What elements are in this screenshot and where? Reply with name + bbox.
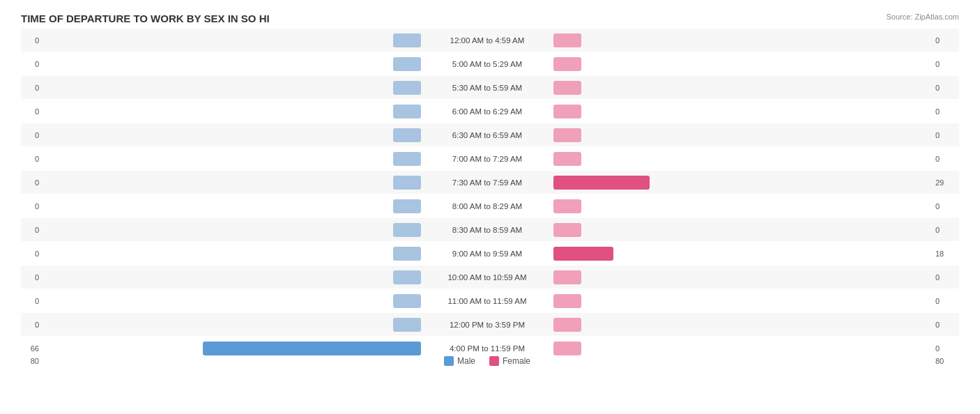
male-bar-wrapper bbox=[43, 247, 421, 261]
male-bar-wrapper bbox=[43, 105, 421, 118]
female-bar-wrapper bbox=[553, 57, 931, 71]
female-bar bbox=[553, 294, 581, 308]
left-value: 0 bbox=[21, 202, 43, 210]
right-value: 0 bbox=[931, 226, 959, 234]
bar-row: 0 7:00 AM to 7:29 AM 0 bbox=[21, 147, 959, 170]
female-bar-wrapper bbox=[553, 247, 931, 261]
female-bar bbox=[553, 270, 581, 284]
male-bar bbox=[393, 199, 421, 213]
male-bar-wrapper bbox=[43, 81, 421, 95]
female-bar bbox=[553, 105, 581, 118]
right-value: 18 bbox=[931, 250, 959, 258]
male-bar-wrapper bbox=[43, 128, 421, 142]
right-value: 0 bbox=[931, 344, 959, 353]
female-bar-wrapper bbox=[553, 199, 931, 213]
female-bar bbox=[553, 247, 613, 261]
male-bar-wrapper bbox=[43, 199, 421, 213]
legend-female-label: Female bbox=[503, 356, 530, 366]
male-bar bbox=[393, 176, 421, 190]
male-bar bbox=[203, 342, 422, 355]
bar-row: 0 6:00 AM to 6:29 AM 0 bbox=[21, 100, 959, 123]
bar-row: 0 5:30 AM to 5:59 AM 0 bbox=[21, 76, 959, 99]
time-label: 5:30 AM to 5:59 AM bbox=[421, 84, 553, 92]
right-value: 0 bbox=[931, 297, 959, 305]
right-value: 0 bbox=[931, 60, 959, 68]
left-value: 0 bbox=[21, 297, 43, 305]
female-bar bbox=[553, 81, 581, 95]
time-label: 12:00 PM to 3:59 PM bbox=[421, 321, 553, 329]
female-bar-wrapper bbox=[553, 294, 931, 308]
male-bar bbox=[393, 33, 421, 47]
female-bar-wrapper bbox=[553, 33, 931, 47]
left-value: 0 bbox=[21, 250, 43, 258]
bar-row: 0 10:00 AM to 10:59 AM 0 bbox=[21, 266, 959, 289]
male-bar-wrapper bbox=[43, 33, 421, 47]
time-label: 12:00 AM to 4:59 AM bbox=[421, 36, 553, 45]
bar-row: 0 12:00 PM to 3:59 PM 0 bbox=[21, 313, 959, 336]
left-value: 0 bbox=[21, 226, 43, 234]
chart-area: 0 12:00 AM to 4:59 AM 0 0 5:00 AM to 5:2… bbox=[21, 29, 959, 353]
female-bar-wrapper bbox=[553, 342, 931, 355]
legend-female: Female bbox=[489, 356, 530, 366]
left-value: 0 bbox=[21, 60, 43, 68]
legend-male: Male bbox=[444, 356, 475, 366]
time-label: 9:00 AM to 9:59 AM bbox=[421, 250, 553, 258]
time-label: 7:00 AM to 7:29 AM bbox=[421, 155, 553, 163]
chart-container: TIME OF DEPARTURE TO WORK BY SEX IN SO H… bbox=[0, 0, 980, 414]
female-bar-wrapper bbox=[553, 223, 931, 237]
male-bar-wrapper bbox=[43, 294, 421, 308]
male-bar bbox=[393, 57, 421, 71]
time-label: 7:30 AM to 7:59 AM bbox=[421, 178, 553, 187]
female-bar-wrapper bbox=[553, 128, 931, 142]
left-value: 0 bbox=[21, 107, 43, 116]
bar-row: 0 8:30 AM to 8:59 AM 0 bbox=[21, 218, 959, 241]
female-bar bbox=[553, 128, 581, 142]
male-bar bbox=[393, 318, 421, 332]
female-bar-wrapper bbox=[553, 176, 931, 190]
right-value: 0 bbox=[931, 155, 959, 163]
right-value: 0 bbox=[931, 84, 959, 92]
female-bar bbox=[553, 176, 650, 190]
left-value: 0 bbox=[21, 155, 43, 163]
female-bar-wrapper bbox=[553, 152, 931, 166]
female-bar bbox=[553, 152, 581, 166]
male-bar-wrapper bbox=[43, 152, 421, 166]
male-bar bbox=[393, 128, 421, 142]
legend-male-label: Male bbox=[457, 356, 475, 366]
left-value: 0 bbox=[21, 321, 43, 329]
axis-row: 80 Male Female 80 bbox=[21, 356, 959, 366]
time-label: 4:00 PM to 11:59 PM bbox=[421, 344, 553, 353]
axis-max-right: 80 bbox=[931, 357, 959, 365]
left-value: 66 bbox=[21, 344, 43, 353]
time-label: 8:00 AM to 8:29 AM bbox=[421, 202, 553, 210]
male-bar-wrapper bbox=[43, 270, 421, 284]
time-label: 10:00 AM to 10:59 AM bbox=[421, 273, 553, 282]
female-bar bbox=[553, 57, 581, 71]
male-bar bbox=[393, 247, 421, 261]
left-value: 0 bbox=[21, 36, 43, 45]
male-bar-wrapper bbox=[43, 223, 421, 237]
source-text: Source: ZipAtlas.com bbox=[886, 13, 959, 21]
bar-row: 0 5:00 AM to 5:29 AM 0 bbox=[21, 52, 959, 75]
female-bar-wrapper bbox=[553, 105, 931, 118]
female-bar bbox=[553, 33, 581, 47]
right-value: 0 bbox=[931, 107, 959, 116]
right-value: 0 bbox=[931, 36, 959, 45]
right-value: 0 bbox=[931, 202, 959, 210]
time-label: 6:30 AM to 6:59 AM bbox=[421, 131, 553, 139]
female-bar-wrapper bbox=[553, 81, 931, 95]
axis-min-left: 80 bbox=[21, 357, 43, 365]
right-value: 0 bbox=[931, 321, 959, 329]
right-value: 29 bbox=[931, 178, 959, 187]
male-bar-wrapper bbox=[43, 57, 421, 71]
legend-female-box bbox=[489, 356, 499, 366]
legend: Male Female bbox=[444, 356, 530, 366]
male-bar bbox=[393, 270, 421, 284]
bar-row: 0 8:00 AM to 8:29 AM 0 bbox=[21, 194, 959, 217]
bar-row: 0 11:00 AM to 11:59 AM 0 bbox=[21, 289, 959, 312]
female-bar bbox=[553, 318, 581, 332]
legend-male-box bbox=[444, 356, 454, 366]
male-bar bbox=[393, 294, 421, 308]
male-bar bbox=[393, 223, 421, 237]
time-label: 6:00 AM to 6:29 AM bbox=[421, 107, 553, 116]
